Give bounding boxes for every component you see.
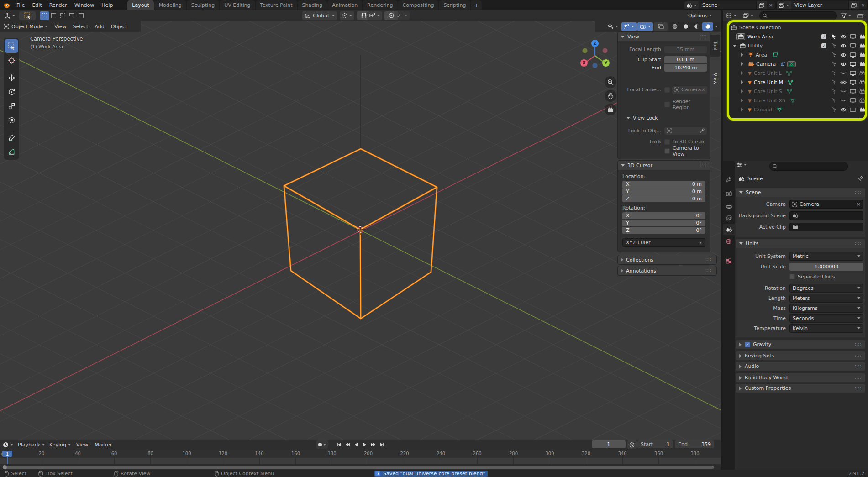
active-tool-select-box-icon[interactable] [19, 11, 36, 20]
workspace-tab-rendering[interactable]: Rendering [363, 0, 397, 10]
selectable-icon[interactable] [829, 61, 838, 67]
hide-eye-icon[interactable] [838, 89, 848, 94]
selectable-icon[interactable] [829, 107, 838, 112]
section-custom-properties-header[interactable]: Custom Properties:::: [736, 384, 865, 393]
outliner-row-core-unit-l[interactable]: ▼ Core Unit L [723, 68, 868, 78]
scene-unlink-button[interactable]: × [767, 1, 775, 9]
constraint-icon[interactable] [780, 62, 785, 66]
tool-rotate[interactable] [5, 85, 18, 99]
section-rigid-body-world-header[interactable]: Rigid Body World:::: [736, 373, 865, 382]
drag-dots-icon[interactable]: :::: [700, 164, 707, 166]
shading-wireframe-button[interactable] [669, 22, 680, 31]
menu-help[interactable]: Help [98, 2, 116, 8]
select-mode-set[interactable] [40, 11, 49, 20]
outliner-row-core-unit-s[interactable]: ▼ Core Unit S [723, 87, 868, 96]
drag-dots-icon[interactable]: :::: [700, 36, 707, 37]
camera-data-icon[interactable] [787, 61, 796, 67]
cursor-location-x[interactable]: X0 m [622, 181, 705, 188]
pan-hand-button[interactable] [605, 90, 616, 102]
xray-toggle[interactable] [654, 22, 668, 31]
render-disable-icon[interactable] [857, 80, 867, 84]
to-3d-cursor-checkbox[interactable] [664, 139, 670, 145]
view-layer-name[interactable]: View Layer [791, 2, 848, 8]
unit-system-dropdown[interactable]: Metric [789, 252, 863, 261]
select-mode-intersect[interactable] [77, 11, 85, 20]
editor-type-outliner-icon[interactable] [724, 11, 739, 20]
outliner-row-camera[interactable]: Camera [723, 59, 868, 68]
timeline-ruler[interactable]: › 20406080100120140160180200220240260280… [0, 450, 721, 458]
render-disable-icon[interactable] [857, 98, 867, 103]
menu-file[interactable]: File [13, 2, 28, 8]
pin-icon[interactable] [858, 176, 863, 181]
section-gravity-header[interactable]: ✓Gravity:::: [736, 340, 865, 349]
gizmo-neg-z-ball[interactable] [593, 63, 598, 68]
separate-units-checkbox[interactable] [789, 274, 795, 279]
blender-logo-icon[interactable] [0, 2, 13, 8]
cursor-rotation-z[interactable]: Z0° [622, 227, 705, 234]
hide-eye-icon[interactable] [838, 71, 848, 75]
clip-start-field[interactable]: 0.01 m [664, 56, 707, 63]
active-clip-field[interactable] [789, 223, 863, 231]
selectable-icon[interactable] [829, 43, 838, 48]
jump-to-end-button[interactable] [378, 440, 386, 449]
outliner-search[interactable] [759, 11, 837, 20]
background-scene-field[interactable] [789, 211, 863, 220]
collection-checkbox[interactable]: ✓ [821, 34, 826, 39]
properties-editor-type-icon[interactable] [736, 162, 747, 168]
shading-dropdown-chevron[interactable] [715, 26, 718, 27]
workspace-tab-layout[interactable]: Layout [127, 0, 153, 10]
render-disable-icon[interactable] [857, 107, 867, 112]
mass-unit-dropdown[interactable]: Kilograms [789, 304, 863, 313]
section-audio-header[interactable]: Audio:::: [736, 362, 865, 371]
editor-type-3d-viewport-icon[interactable] [2, 11, 17, 20]
select-mode-subtract[interactable] [58, 11, 67, 20]
tool-annotate[interactable] [5, 131, 18, 144]
workspace-tab-modeling[interactable]: Modeling [154, 0, 186, 10]
viewport-disable-icon[interactable] [848, 89, 857, 94]
collection-checkbox[interactable]: ✓ [821, 43, 826, 48]
section-units-header[interactable]: Units:::: [736, 239, 865, 248]
render-disable-icon[interactable] [857, 71, 867, 75]
object-type-visibility-dropdown[interactable] [605, 22, 621, 31]
hide-eye-icon[interactable] [838, 44, 848, 48]
hide-eye-icon[interactable] [838, 108, 848, 112]
outliner-row-utility[interactable]: Utility ✓ [723, 41, 868, 50]
selectable-icon[interactable] [829, 89, 838, 94]
outliner-row-ground[interactable]: ▼ Ground [723, 105, 868, 114]
tool-transform[interactable] [5, 113, 18, 127]
cursor-location-z[interactable]: Z0 m [622, 195, 705, 202]
tool-cursor[interactable] [5, 53, 18, 67]
workspace-tab-sculpting[interactable]: Sculpting [187, 0, 219, 10]
tool-measure[interactable] [5, 145, 18, 158]
play-button[interactable] [360, 440, 369, 449]
properties-search[interactable] [769, 162, 848, 171]
rotation-mode-dropdown[interactable]: XYZ Euler [622, 238, 705, 247]
n-panel-tab-view[interactable]: View [710, 60, 720, 97]
select-mode-invert[interactable] [68, 11, 76, 20]
cursor-section-header[interactable]: 3D Cursor:::: [618, 161, 710, 170]
timeline-menu-marker[interactable]: Marker [95, 442, 112, 448]
timeline-scrollbar[interactable] [4, 466, 714, 469]
shading-material-button[interactable] [691, 22, 702, 31]
unit-scale-slider[interactable]: 1.000000 [789, 263, 863, 271]
viewport-disable-icon[interactable] [848, 62, 857, 67]
gizmo-neg-x-ball[interactable] [603, 48, 608, 53]
auto-keying-record-button[interactable] [316, 440, 328, 449]
tab-view-layer-properties[interactable] [723, 213, 735, 224]
focal-length-field[interactable]: 35 mm [664, 46, 707, 53]
light-data-icon[interactable] [773, 52, 778, 57]
cursor-rotation-y[interactable]: Y0° [622, 220, 705, 226]
outliner-display-mode-dropdown[interactable] [741, 11, 756, 20]
editor-type-timeline-icon[interactable] [3, 442, 13, 448]
n-panel-tab-tool[interactable]: Tool [710, 35, 720, 57]
annotations-section-header[interactable]: Annotations:::: [618, 266, 716, 275]
new-collection-button[interactable] [855, 11, 866, 20]
viewport-disable-icon[interactable] [848, 43, 857, 48]
playhead-badge[interactable]: 1 [2, 451, 12, 457]
render-region-checkbox[interactable] [664, 102, 670, 107]
workspace-tab-compositing[interactable]: Compositing [398, 0, 439, 10]
viewport-disable-icon[interactable] [848, 107, 857, 112]
selectable-icon[interactable] [829, 34, 838, 39]
shading-solid-button[interactable] [680, 22, 691, 31]
scene-copy-button[interactable] [756, 1, 767, 9]
